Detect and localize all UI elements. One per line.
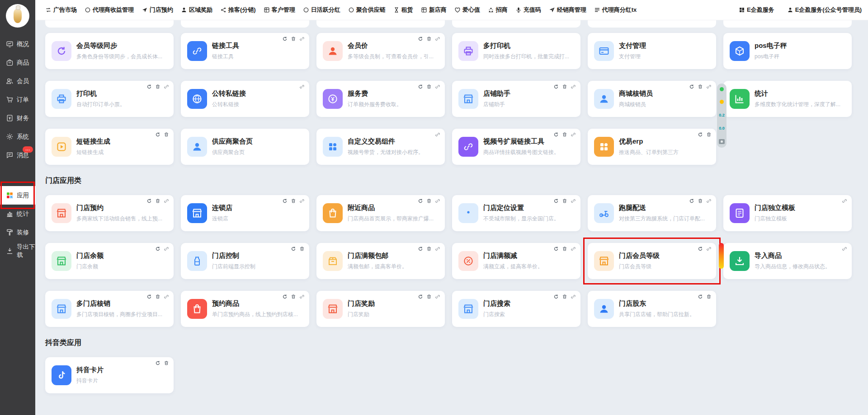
link-icon-button[interactable]	[164, 294, 169, 299]
screenshot-icon[interactable]	[719, 139, 725, 144]
app-card[interactable]: 视频号扩展链接工具商品详情挂载视频号图文链接。	[452, 129, 580, 165]
topnav-item[interactable]: 代理商收益管理	[85, 6, 134, 14]
link-icon-button[interactable]	[164, 198, 169, 204]
app-card[interactable]: 门店满额包邮满额包邮，提高客单价。	[316, 243, 445, 279]
app-card[interactable]: 会员等级同步多角色身份等级同步，会员成长体...	[45, 33, 174, 69]
trash-icon-button[interactable]	[291, 36, 296, 42]
update-icon-button[interactable]	[418, 36, 423, 42]
link-icon-button[interactable]	[706, 246, 712, 252]
topnav-item[interactable]: 日活跃分红	[303, 6, 340, 14]
app-card[interactable]: 店铺助手店铺助手	[452, 81, 580, 117]
color-bar-overlay-widget[interactable]	[719, 243, 724, 269]
update-icon-button[interactable]	[553, 132, 559, 137]
trash-icon-button[interactable]	[164, 132, 169, 137]
app-card[interactable]: 自定义交易组件视频号带货，无缝对接小程序。	[316, 129, 445, 165]
app-card[interactable]: 商城核销员商城核销员	[588, 81, 716, 117]
trash-icon-button[interactable]	[698, 198, 703, 204]
app-card[interactable]: 多打印机同时连接多台打印机，批量完成打...	[452, 33, 580, 69]
update-icon-button[interactable]	[418, 84, 423, 89]
app-card[interactable]: 门店预约多商家线下活动组合销售，线上预...	[45, 195, 174, 231]
link-icon-button[interactable]	[842, 198, 847, 204]
trash-icon-button[interactable]	[155, 84, 160, 89]
trash-icon-button[interactable]	[291, 198, 296, 204]
link-icon-button[interactable]	[571, 246, 576, 252]
link-icon-button[interactable]	[571, 132, 576, 137]
update-icon-button[interactable]	[698, 246, 703, 252]
update-icon-button[interactable]	[418, 294, 423, 299]
update-icon-button[interactable]	[282, 36, 288, 42]
app-card[interactable]: 门店控制门店前端显示控制	[181, 243, 309, 279]
trash-icon-button[interactable]	[299, 246, 305, 252]
link-icon-button[interactable]	[435, 132, 440, 137]
topnav-item[interactable]: 爱心值	[454, 6, 480, 14]
trash-icon-button[interactable]	[706, 294, 712, 299]
update-icon-button[interactable]	[155, 132, 160, 137]
topnav-item[interactable]: 充值码	[515, 6, 541, 14]
update-icon-button[interactable]	[282, 198, 288, 204]
app-card[interactable]: 公转私链接公转私链接	[181, 81, 309, 117]
topnav-item[interactable]: 经销商管理	[549, 6, 586, 14]
sidebar-item-overview[interactable]: 概况	[0, 35, 35, 53]
app-card[interactable]: 优易erp推送商品、订单到第三方	[588, 129, 716, 165]
app-card[interactable]: 门店满额减满额立减，提高客单价。	[452, 243, 580, 279]
link-icon-button[interactable]	[435, 198, 440, 204]
topnav-item[interactable]: 门店预约	[142, 6, 173, 14]
sidebar-item-members[interactable]: 会员	[0, 72, 35, 90]
sidebar-item-export[interactable]: 导出下载	[0, 242, 35, 260]
topnav-item[interactable]: 招商	[488, 6, 508, 14]
update-icon-button[interactable]	[146, 198, 152, 204]
performance-overlay-widget[interactable]: 0.20.0	[717, 84, 726, 148]
topnav-item[interactable]: 推客(分销)	[220, 6, 256, 14]
update-icon-button[interactable]	[155, 360, 160, 366]
sidebar-item-decorate[interactable]: 装修	[0, 223, 35, 242]
trash-icon-button[interactable]	[426, 198, 432, 204]
sidebar-item-orders[interactable]: 订单	[0, 90, 35, 109]
trash-icon-button[interactable]	[562, 84, 567, 89]
trash-icon-button[interactable]	[291, 294, 296, 299]
trash-icon-button[interactable]	[698, 84, 703, 89]
app-card[interactable]: 门店奖励门店奖励	[316, 291, 445, 327]
link-icon-button[interactable]	[435, 246, 440, 252]
sidebar-item-stats[interactable]: 统计	[0, 205, 35, 223]
update-icon-button[interactable]	[418, 246, 423, 252]
trash-icon-button[interactable]	[426, 246, 432, 252]
update-icon-button[interactable]	[698, 132, 703, 137]
app-card[interactable]: 导入商品导入商品信息，修改商品状态。	[723, 243, 852, 279]
app-card[interactable]: 预约商品单门店预约商品，线上预约到店核...	[181, 291, 309, 327]
link-icon-button[interactable]	[435, 36, 440, 42]
update-icon-button[interactable]	[146, 294, 152, 299]
trash-icon-button[interactable]	[562, 294, 567, 299]
update-icon-button[interactable]	[698, 294, 703, 299]
update-icon-button[interactable]	[689, 84, 694, 89]
app-card[interactable]: pos电子秤pos电子秤	[723, 33, 852, 69]
sidebar-item-system[interactable]: 系统	[0, 127, 35, 146]
trash-icon-button[interactable]	[155, 294, 160, 299]
app-card[interactable]: 门店定位设置不受城市限制，显示全国门店。	[452, 195, 580, 231]
update-icon-button[interactable]	[689, 198, 694, 204]
update-icon-button[interactable]	[553, 294, 559, 299]
trash-icon-button[interactable]	[562, 198, 567, 204]
app-card[interactable]: 门店独立模板门店独立模板	[723, 195, 852, 231]
app-card[interactable]: 抖音卡片抖音卡片	[45, 357, 174, 393]
trash-icon-button[interactable]	[706, 132, 712, 137]
app-card[interactable]: 跑腿配送对接第三方跑腿系统，门店订单配...	[588, 195, 716, 231]
app-card[interactable]: 支付管理支付管理	[588, 33, 716, 69]
update-icon-button[interactable]	[291, 246, 296, 252]
sidebar-item-goods[interactable]: 商品	[0, 53, 35, 72]
update-icon-button[interactable]	[418, 198, 423, 204]
avatar[interactable]	[6, 4, 29, 28]
update-icon-button[interactable]	[553, 198, 559, 204]
link-icon-button[interactable]	[299, 198, 305, 204]
app-card[interactable]: 门店股东共享门店店铺，帮助门店拉新。	[588, 291, 716, 327]
topnav-item[interactable]: 租赁	[393, 6, 413, 14]
topnav-item[interactable]: 聚合供应链	[348, 6, 386, 14]
topnav-account-item[interactable]: E企盈服务	[739, 6, 774, 14]
update-icon-button[interactable]	[553, 84, 559, 89]
link-icon-button[interactable]	[435, 84, 440, 89]
update-icon-button[interactable]	[146, 84, 152, 89]
topnav-item[interactable]: 广告市场	[45, 6, 77, 14]
sidebar-item-finance[interactable]: 财务	[0, 109, 35, 127]
topnav-item[interactable]: 区域奖励	[181, 6, 212, 14]
app-card[interactable]: 门店余额门店余额	[45, 243, 174, 279]
app-card[interactable]: 服务费订单额外服务费收取。	[316, 81, 445, 117]
